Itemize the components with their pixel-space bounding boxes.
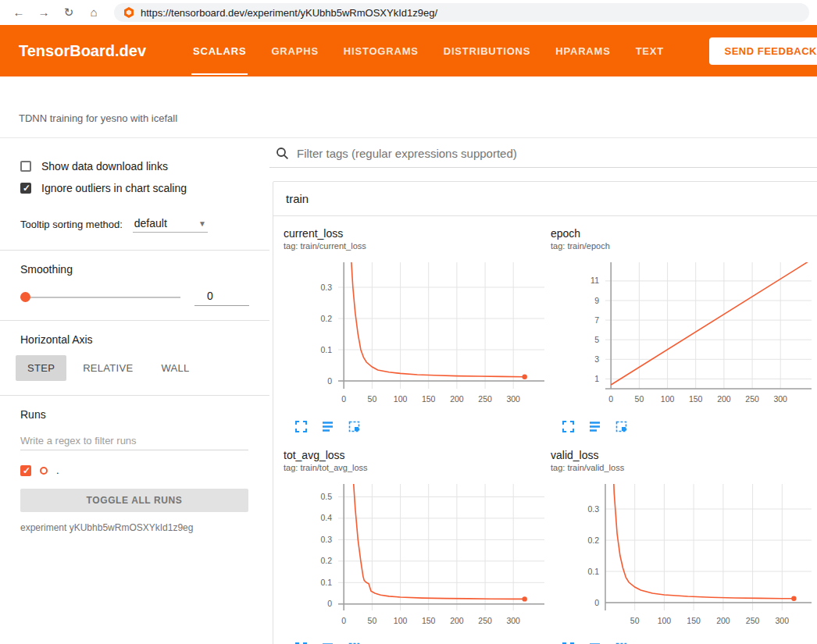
fit-domain-icon[interactable]: [615, 420, 628, 433]
run-filter-input[interactable]: [20, 432, 248, 450]
tab-histograms[interactable]: HISTOGRAMS: [331, 25, 431, 76]
svg-text:300: 300: [776, 616, 790, 625]
back-icon[interactable]: ←: [8, 0, 30, 25]
svg-text:0: 0: [327, 599, 332, 608]
divider: [0, 250, 269, 251]
reload-icon[interactable]: ↻: [58, 0, 80, 25]
expand-chart-icon[interactable]: [294, 420, 308, 433]
svg-text:250: 250: [745, 394, 759, 404]
smoothing-slider[interactable]: [20, 292, 180, 303]
chart-tag: tag: train/current_loss: [284, 241, 548, 251]
svg-text:0.2: 0.2: [320, 556, 332, 565]
url-text: https://tensorboard.dev/experiment/yKUbh…: [141, 7, 437, 19]
chevron-down-icon: ▼: [198, 219, 206, 228]
svg-text:0.1: 0.1: [587, 567, 599, 576]
svg-text:0.3: 0.3: [320, 283, 332, 292]
divider: [0, 395, 269, 396]
svg-text:9: 9: [594, 296, 599, 305]
svg-text:150: 150: [687, 616, 701, 625]
line-chart[interactable]: 05010015020025030000.10.20.3: [284, 256, 546, 412]
chart-toolbar: [551, 415, 815, 433]
smoothing-value[interactable]: 0: [194, 288, 249, 306]
tab-text[interactable]: TEXT: [623, 25, 676, 76]
svg-text:5: 5: [594, 335, 599, 344]
axis-relative-button[interactable]: RELATIVE: [71, 355, 144, 381]
run-checkbox[interactable]: [20, 465, 31, 476]
svg-text:0.1: 0.1: [320, 345, 332, 354]
tab-hparams[interactable]: HPARAMS: [543, 25, 623, 76]
chart-card-tot_avg_loss: tot_avg_losstag: train/tot_avg_loss05010…: [284, 449, 548, 644]
tag-filter-row: [269, 138, 817, 168]
tag-filter-input[interactable]: [297, 147, 811, 160]
chart-toolbar: [551, 637, 815, 644]
svg-text:7: 7: [594, 315, 599, 325]
line-chart[interactable]: 05010015020025030000.10.20.30.40.5: [284, 478, 546, 634]
svg-text:1: 1: [594, 374, 599, 383]
chart-title: epoch: [551, 227, 815, 240]
chart-card-valid_loss: valid_losstag: train/valid_loss501001502…: [551, 449, 815, 644]
svg-text:3: 3: [594, 354, 599, 364]
axis-wall-button[interactable]: WALL: [149, 355, 201, 381]
ignore-outliers-checkbox[interactable]: [20, 183, 31, 194]
svg-text:0.2: 0.2: [320, 314, 332, 323]
tensorboard-favicon: [123, 7, 134, 18]
svg-text:300: 300: [506, 394, 520, 404]
run-row[interactable]: .: [0, 450, 269, 476]
tag-group-title[interactable]: train: [273, 182, 817, 216]
slider-thumb[interactable]: [20, 292, 30, 302]
fit-domain-icon[interactable]: [348, 420, 361, 433]
tab-distributions[interactable]: DISTRIBUTIONS: [431, 25, 544, 76]
tab-graphs[interactable]: GRAPHS: [259, 25, 330, 76]
tooltip-sorting-select[interactable]: default ▼: [133, 216, 208, 233]
tooltip-sorting-row: Tooltip sorting method: default ▼: [0, 212, 269, 237]
divider: [0, 320, 269, 321]
tooltip-sorting-label: Tooltip sorting method:: [20, 219, 123, 230]
svg-text:0: 0: [594, 598, 599, 607]
horizontal-axis-buttons: STEP RELATIVE WALL: [0, 346, 269, 382]
toggle-y-axis-icon[interactable]: [321, 420, 334, 433]
experiment-title: TDNN training for yesno with icefall: [19, 112, 817, 124]
svg-text:0.4: 0.4: [320, 513, 332, 522]
address-bar[interactable]: https://tensorboard.dev/experiment/yKUbh…: [114, 3, 809, 22]
show-download-label: Show data download links: [41, 160, 168, 173]
toggle-y-axis-icon[interactable]: [588, 420, 601, 433]
screen: ← → ↻ ⌂ https://tensorboard.dev/experime…: [0, 0, 817, 644]
chart-title: current_loss: [284, 227, 548, 240]
svg-text:0.3: 0.3: [320, 535, 332, 544]
ignore-outliers-row: Ignore outliers in chart scaling: [0, 177, 269, 199]
svg-text:0: 0: [327, 376, 332, 386]
run-color-circle: [40, 467, 48, 475]
svg-text:250: 250: [746, 616, 760, 625]
svg-text:100: 100: [658, 616, 672, 625]
line-chart[interactable]: 5010015020025030000.10.20.3: [551, 478, 813, 634]
svg-text:0.1: 0.1: [320, 578, 332, 587]
axis-step-button[interactable]: STEP: [16, 355, 66, 381]
show-download-checkbox[interactable]: [20, 161, 31, 172]
svg-text:250: 250: [478, 616, 492, 625]
chart-card-epoch: epochtag: train/epoch0501001502002503001…: [551, 227, 815, 433]
search-icon: [276, 147, 289, 160]
expand-chart-icon[interactable]: [562, 420, 575, 433]
tooltip-sorting-value: default: [134, 217, 167, 229]
toggle-all-runs-button[interactable]: TOGGLE ALL RUNS: [20, 489, 248, 512]
brand-logo: TensorBoard.dev: [19, 42, 146, 60]
svg-text:100: 100: [394, 616, 408, 625]
settings-sidebar: Show data download links Ignore outliers…: [0, 138, 269, 644]
home-icon[interactable]: ⌂: [83, 0, 105, 25]
run-name: .: [56, 464, 59, 476]
chart-toolbar: [284, 415, 548, 433]
tab-scalars[interactable]: SCALARS: [180, 25, 259, 76]
svg-text:200: 200: [450, 616, 464, 625]
svg-text:150: 150: [689, 394, 703, 404]
line-chart[interactable]: 0501001502002503001357911: [551, 256, 813, 412]
horizontal-axis-label: Horizontal Axis: [0, 333, 269, 346]
send-feedback-button[interactable]: SEND FEEDBACK: [709, 37, 817, 65]
smoothing-label: Smoothing: [0, 263, 269, 276]
svg-text:100: 100: [394, 394, 408, 404]
app-header: TensorBoard.dev SCALARS GRAPHS HISTOGRAM…: [0, 25, 817, 76]
train-card: train current_losstag: train/current_los…: [273, 181, 817, 644]
slider-track: [20, 297, 180, 298]
svg-text:0.3: 0.3: [587, 504, 599, 514]
svg-text:200: 200: [716, 616, 730, 625]
forward-icon[interactable]: →: [33, 0, 55, 25]
